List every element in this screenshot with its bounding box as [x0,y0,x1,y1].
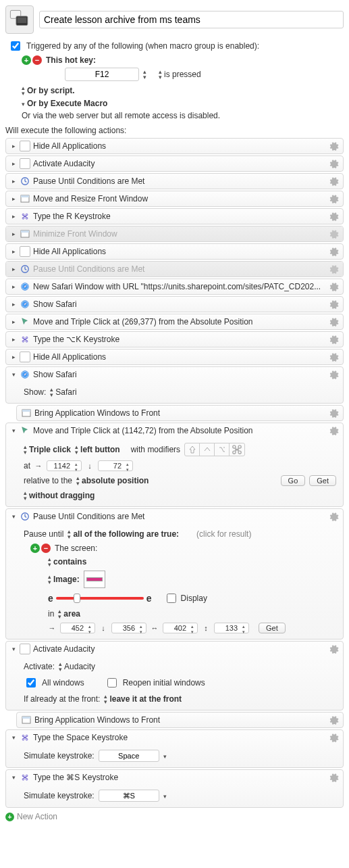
action-row[interactable]: ▸Move and Resize Front Window [5,191,344,207]
remove-condition-button[interactable]: − [41,544,51,553]
action-row[interactable]: ▸Hide All Applications [5,349,344,365]
gear-icon[interactable] [328,352,339,362]
image-preview[interactable] [84,571,105,588]
relative-select[interactable]: ▴▾absolute position [76,475,149,486]
gear-icon[interactable] [328,193,339,204]
all-true-select[interactable]: ▴▾all of the following are true: [68,529,179,539]
area-h-input[interactable]: 133▴▾ [214,623,249,633]
all-windows-checkbox[interactable] [26,678,36,688]
click-button-select[interactable]: ▴▾left button [75,444,120,455]
area-select[interactable]: ▴▾area [58,608,80,619]
chevron-right-icon[interactable]: ▸ [10,248,17,255]
gear-icon[interactable] [328,246,339,257]
add-condition-button[interactable]: + [30,544,40,553]
click-mode-select[interactable]: ▴▾Triple click [24,444,71,455]
chevron-right-icon[interactable]: ▸ [10,354,17,360]
chevron-right-icon[interactable]: ▸ [10,318,17,325]
contains-select[interactable]: ▴▾contains [48,556,86,567]
gear-icon[interactable] [328,334,339,345]
click-result-hint[interactable]: (click for result) [196,529,251,539]
get-button[interactable]: Get [309,475,336,486]
chevron-right-icon[interactable]: ▸ [10,160,17,167]
action-row[interactable]: ▸Show Safari [5,296,344,312]
hotkey-state-select[interactable]: ▴▾is pressed [159,69,201,80]
action-row[interactable]: ▸Pause Until Conditions are Met [5,173,344,189]
chevron-right-icon[interactable]: ▸ [10,283,17,290]
action-row[interactable]: ▸Minimize Front Window [5,226,344,242]
chevron-right-icon[interactable]: ▸ [10,195,17,202]
gear-icon[interactable] [328,316,339,327]
y-input[interactable]: 72▴▾ [98,460,133,471]
action-row[interactable]: ▸Pause Until Conditions are Met [5,261,344,277]
simulate-keystroke-input[interactable] [99,790,159,802]
mod-shift[interactable] [185,443,200,456]
new-action-button[interactable]: + New Action [5,812,344,821]
chevron-right-icon[interactable]: ▸ [10,301,17,308]
gear-icon[interactable] [328,772,339,783]
chevron-down-icon[interactable]: ▾ [10,371,17,378]
hotkey-input[interactable] [65,68,139,81]
add-trigger-button[interactable]: + [22,55,31,65]
action-bring-windows-front[interactable]: Bring Application Windows to Front [16,712,344,728]
action-row[interactable]: ▸Hide All Applications [5,138,344,154]
gear-icon[interactable] [328,732,339,743]
chevron-right-icon[interactable]: ▸ [10,336,17,343]
chevron-right-icon[interactable]: ▸ [10,178,17,185]
chevron-down-icon[interactable]: ▾ [10,427,17,434]
or-execute-select[interactable]: Or by Execute Macro [22,99,107,108]
gear-icon[interactable] [328,141,339,151]
area-x-input[interactable]: 452▴▾ [60,623,95,633]
drag-select[interactable]: ▴▾without dragging [24,490,95,501]
keystroke-dropdown[interactable] [163,751,167,761]
action-type-cmds[interactable]: ▾Type the ⌘S KeystrokeSimulate keystroke… [5,769,344,808]
get-area-button[interactable]: Get [259,623,286,633]
action-row[interactable]: ▸Type the ⌥K Keystroke [5,331,344,347]
area-y-input[interactable]: 356▴▾ [111,623,146,633]
gear-icon[interactable] [328,644,339,654]
gear-icon[interactable] [328,408,339,418]
chevron-right-icon[interactable]: ▸ [10,266,17,272]
action-row[interactable]: ▸Activate Audacity [5,155,344,172]
modifier-grid[interactable] [184,443,245,456]
activate-app-select[interactable]: ▴▾Audacity [59,661,95,672]
gear-icon[interactable] [328,176,339,187]
action-activate-audacity[interactable]: ▾Activate AudacityActivate:▴▾AudacityAll… [5,641,344,710]
action-triple-click[interactable]: ▾Move and Triple Click at (1142,72) from… [5,423,344,507]
remove-trigger-button[interactable]: − [32,55,42,65]
action-row[interactable]: ▸Move and Triple Click at (269,377) from… [5,314,344,330]
action-pause-conditions[interactable]: ▾Pause Until Conditions are MetPause unt… [5,508,344,640]
gear-icon[interactable] [328,158,339,169]
action-bring-windows-front[interactable]: Bring Application Windows to Front [16,405,344,421]
chevron-down-icon[interactable]: ▾ [10,734,17,741]
gear-icon[interactable] [328,264,339,274]
keystroke-dropdown[interactable] [163,791,167,800]
action-row[interactable]: ▸New Safari Window with URL "https://uni… [5,279,344,295]
hotkey-stepper[interactable]: ▴▾ [143,69,146,80]
go-button[interactable]: Go [281,475,306,486]
gear-icon[interactable] [328,281,339,292]
trigger-enabled-checkbox[interactable] [11,41,20,51]
display-checkbox[interactable] [167,594,176,603]
mod-cmd[interactable] [230,443,244,456]
x-input[interactable]: 1142▴▾ [47,460,82,471]
show-app-select[interactable]: ▴▾Safari [50,387,76,397]
chevron-down-icon[interactable]: ▾ [10,513,17,520]
reopen-checkbox[interactable] [107,678,117,688]
gear-icon[interactable] [328,228,339,239]
image-label-select[interactable]: ▴▾Image: [48,574,80,585]
chevron-right-icon[interactable]: ▸ [10,231,17,237]
action-row[interactable]: ▸Type the R Keystroke [5,208,344,224]
chevron-down-icon[interactable]: ▾ [10,646,17,652]
action-row[interactable]: ▸Hide All Applications [5,243,344,260]
chevron-down-icon[interactable]: ▾ [10,774,17,781]
chevron-right-icon[interactable]: ▸ [10,213,17,220]
macro-title-input[interactable] [39,11,344,28]
gear-icon[interactable] [328,425,339,436]
action-type-space[interactable]: ▾Type the Space KeystrokeSimulate keystr… [5,729,344,768]
gear-icon[interactable] [328,369,339,380]
gear-icon[interactable] [328,211,339,222]
mod-ctrl[interactable] [200,443,215,456]
or-script-select[interactable]: ▴▾Or by script. [22,85,75,96]
simulate-keystroke-input[interactable] [99,750,159,762]
gear-icon[interactable] [328,511,339,522]
